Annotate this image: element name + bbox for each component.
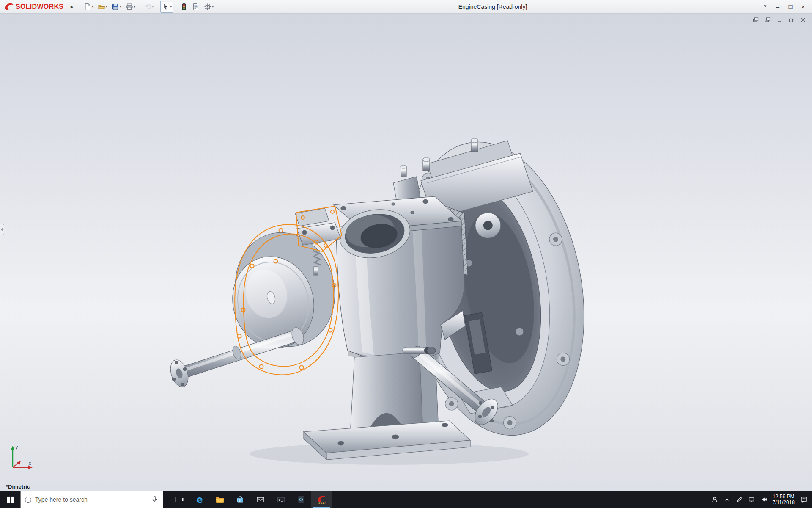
options-button[interactable]: ▾ — [202, 1, 215, 13]
file-properties-button[interactable] — [190, 1, 201, 13]
taskbar-search[interactable] — [20, 491, 163, 508]
float-window-icon[interactable] — [752, 17, 760, 23]
people-icon[interactable] — [711, 496, 718, 503]
file-properties-icon — [192, 3, 200, 11]
triad-y-label: y — [16, 445, 18, 450]
console-button[interactable] — [271, 491, 291, 508]
dropdown-caret-icon[interactable]: ▾ — [120, 5, 121, 8]
microphone-icon[interactable] — [151, 496, 159, 503]
undo-button[interactable]: ▾ — [142, 1, 155, 13]
feature-manager-collapse-tab[interactable] — [0, 224, 4, 235]
float-window-icon[interactable] — [764, 17, 771, 23]
close-button[interactable]: × — [797, 0, 809, 13]
title-bar: SOLIDWORKS ▶ ▾ ▾ ▾ — [0, 0, 812, 14]
orientation-triad: y x — [7, 443, 37, 473]
action-center-icon[interactable] — [800, 496, 808, 503]
brand-name: SOLIDWORKS — [16, 3, 63, 11]
pen-icon[interactable] — [736, 496, 743, 503]
file-explorer-icon — [215, 494, 225, 505]
svg-text:2017: 2017 — [318, 501, 326, 505]
document-restore-icon[interactable] — [787, 17, 795, 23]
task-view-button[interactable] — [169, 491, 189, 508]
dropdown-caret-icon[interactable]: ▾ — [134, 5, 135, 8]
dropdown-caret-icon[interactable]: ▾ — [152, 5, 154, 8]
maximize-button[interactable]: □ — [784, 0, 797, 13]
window-controls: ? – □ × — [759, 0, 812, 13]
clock-date: 7/11/2018 — [773, 500, 795, 505]
document-window-controls — [752, 17, 807, 23]
store-button[interactable] — [230, 491, 250, 508]
pinned-apps: e — [169, 491, 332, 508]
console-icon — [276, 494, 286, 505]
mail-button[interactable] — [250, 491, 271, 508]
view-orientation-label: *Dimetric — [6, 483, 30, 490]
mail-icon — [255, 494, 266, 505]
task-view-icon — [174, 494, 184, 505]
solidworks-logo-icon — [4, 3, 14, 11]
solidworks-icon: 2017 — [316, 494, 327, 505]
network-icon[interactable] — [748, 496, 755, 503]
chevron-up-icon[interactable] — [724, 496, 730, 503]
search-input[interactable] — [35, 496, 147, 503]
taskbar-clock[interactable]: 12:59 PM 7/11/2018 — [773, 494, 795, 505]
edge-button[interactable]: e — [189, 491, 210, 508]
help-button[interactable]: ? — [759, 0, 771, 13]
triad-x-label: x — [29, 461, 31, 466]
solidworks-logo: SOLIDWORKS — [4, 3, 63, 11]
volume-icon[interactable] — [760, 496, 767, 503]
menu-expand-arrow[interactable]: ▶ — [69, 5, 75, 9]
new-document-button[interactable]: ▾ — [82, 1, 95, 13]
solidworks-taskbar-button[interactable]: 2017 — [311, 491, 332, 508]
system-tray: 12:59 PM 7/11/2018 — [711, 491, 812, 508]
save-icon — [112, 3, 119, 11]
undo-icon — [144, 3, 151, 11]
store-icon — [235, 494, 245, 505]
dropdown-caret-icon[interactable]: ▾ — [170, 5, 172, 8]
main-toolbar: ▾ ▾ ▾ ▾ — [82, 1, 215, 13]
windows-taskbar: e — [0, 491, 812, 508]
clock-time: 12:59 PM — [773, 494, 795, 500]
options-gear-icon — [204, 3, 211, 11]
open-button[interactable]: ▾ — [96, 1, 109, 13]
app-icon — [296, 494, 306, 505]
dropdown-caret-icon[interactable]: ▾ — [212, 5, 214, 8]
document-title: EngineCasing [Read-only] — [458, 0, 527, 14]
app-button[interactable] — [291, 491, 311, 508]
new-document-icon — [84, 3, 91, 11]
rebuild-stoplight-icon — [180, 3, 188, 11]
svg-text:e: e — [196, 494, 203, 505]
document-close-icon[interactable] — [799, 17, 807, 23]
print-icon — [126, 3, 133, 11]
start-button[interactable] — [0, 491, 20, 508]
open-folder-icon — [98, 3, 105, 11]
minimize-button[interactable]: – — [771, 0, 784, 13]
cylinder-block-part[interactable] — [333, 196, 465, 364]
graphics-viewport[interactable]: y x *Dimetric — [0, 14, 812, 491]
select-arrow-icon — [162, 3, 170, 11]
dropdown-caret-icon[interactable]: ▾ — [92, 5, 93, 8]
edge-icon: e — [194, 494, 205, 505]
rebuild-button[interactable] — [178, 1, 189, 13]
engine-casing-model[interactable] — [0, 14, 812, 491]
select-button[interactable]: ▾ — [160, 1, 173, 13]
save-button[interactable]: ▾ — [110, 1, 123, 13]
print-button[interactable]: ▾ — [124, 1, 137, 13]
search-ring-icon — [25, 497, 31, 503]
document-minimize-icon[interactable] — [776, 17, 783, 23]
file-explorer-button[interactable] — [210, 491, 230, 508]
dropdown-caret-icon[interactable]: ▾ — [106, 5, 107, 8]
windows-start-icon — [7, 496, 14, 503]
